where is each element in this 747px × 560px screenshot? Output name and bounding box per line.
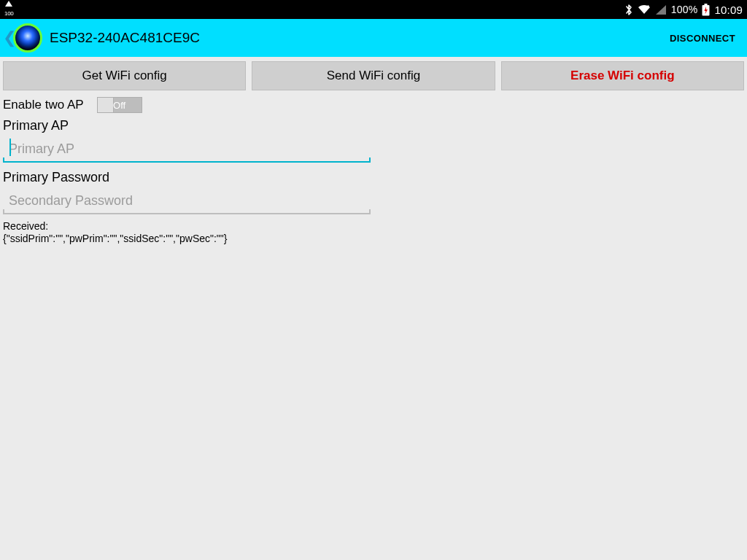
status-left-indicator: 100 xyxy=(4,2,13,17)
back-chevron-icon[interactable]: ❮ xyxy=(3,28,13,47)
primary-password-input[interactable] xyxy=(3,188,371,213)
received-content: {"ssidPrim":"","pwPrim":"","ssidSec":"",… xyxy=(3,233,744,245)
status-scale-label: 100 xyxy=(4,11,13,17)
app-bar: ❮ ESP32-240AC481CE9C DISCONNECT xyxy=(0,19,747,57)
primary-password-label: Primary Password xyxy=(3,170,744,185)
app-icon[interactable] xyxy=(13,23,42,52)
primary-ap-input[interactable] xyxy=(3,136,371,161)
primary-ap-input-wrap xyxy=(3,136,371,163)
erase-wifi-config-button[interactable]: Erase WiFi config xyxy=(501,61,744,90)
bluetooth-icon xyxy=(624,4,633,16)
wifi-icon xyxy=(638,4,651,15)
disconnect-button[interactable]: DISCONNECT xyxy=(664,27,741,50)
enable-two-ap-value: Off xyxy=(113,100,125,111)
cell-signal-icon xyxy=(655,4,667,15)
send-wifi-config-button[interactable]: Send WiFi config xyxy=(252,61,495,90)
battery-percent: 100% xyxy=(671,4,698,15)
input-underline-icon xyxy=(3,213,371,214)
text-cursor-icon xyxy=(9,139,11,156)
get-wifi-config-button[interactable]: Get WiFi config xyxy=(3,61,246,90)
enable-two-ap-toggle[interactable]: Off xyxy=(97,97,142,113)
enable-two-ap-row: Enable two AP Off xyxy=(3,95,744,115)
wifi-config-form: Enable two AP Off Primary AP Primary Pas… xyxy=(0,95,747,245)
received-block: Received: {"ssidPrim":"","pwPrim":"","ss… xyxy=(3,220,744,245)
primary-ap-label: Primary AP xyxy=(3,118,744,133)
svg-point-0 xyxy=(647,5,649,7)
primary-password-input-wrap xyxy=(3,188,371,214)
input-underline-icon xyxy=(3,161,371,163)
android-status-bar: 100 100% 10:09 xyxy=(0,0,747,19)
status-clock: 10:09 xyxy=(714,4,743,16)
app-title: ESP32-240AC481CE9C xyxy=(50,30,200,46)
received-label: Received: xyxy=(3,220,744,233)
enable-two-ap-label: Enable two AP xyxy=(3,98,84,112)
toggle-knob-icon xyxy=(98,98,114,112)
svg-rect-1 xyxy=(705,4,708,5)
battery-icon xyxy=(702,4,710,16)
action-button-row: Get WiFi config Send WiFi config Erase W… xyxy=(0,57,747,95)
triangle-icon xyxy=(5,1,12,7)
